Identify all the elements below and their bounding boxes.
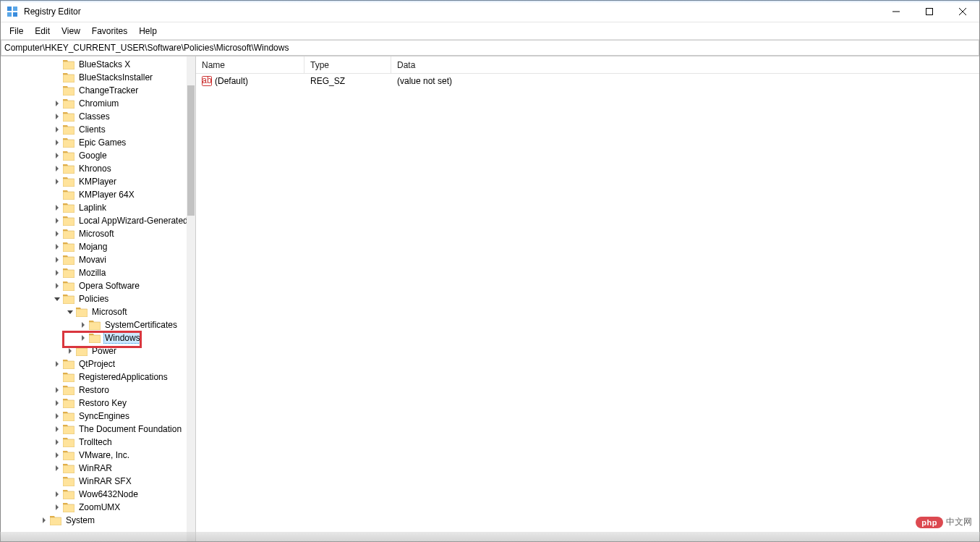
menu-edit[interactable]: Edit <box>29 25 56 38</box>
tree-node[interactable]: Local AppWizard-Generated Ap <box>1 214 187 227</box>
tree-node[interactable]: Trolltech <box>1 436 187 449</box>
tree-node[interactable]: BlueStacksInstaller <box>1 71 187 84</box>
expander-icon[interactable] <box>53 438 61 446</box>
values-pane: Name Type Data ab(Default)REG_SZ(value n… <box>196 56 979 541</box>
watermark-pill: php <box>916 517 943 528</box>
tree-node[interactable]: Khronos <box>1 162 187 175</box>
column-type[interactable]: Type <box>304 56 391 73</box>
values-list[interactable]: ab(Default)REG_SZ(value not set) <box>196 74 979 541</box>
expander-icon[interactable] <box>53 451 61 460</box>
scrollbar-thumb[interactable] <box>187 85 195 216</box>
menu-help[interactable]: Help <box>133 25 163 38</box>
expander-icon[interactable] <box>53 164 61 173</box>
expander-icon[interactable] <box>53 255 61 264</box>
tree-node[interactable]: ZoomUMX <box>1 501 187 514</box>
expander-icon[interactable] <box>53 281 61 290</box>
tree-node[interactable]: ChangeTracker <box>1 84 187 97</box>
expander-icon[interactable] <box>53 477 61 486</box>
expander-icon[interactable] <box>53 229 61 238</box>
expander-icon[interactable] <box>53 503 61 512</box>
expander-icon[interactable] <box>53 268 61 277</box>
expander-icon[interactable] <box>53 464 61 473</box>
svg-rect-38 <box>63 452 74 460</box>
tree-node[interactable]: RegisteredApplications <box>1 370 187 384</box>
tree-node[interactable]: Google <box>1 149 187 162</box>
tree-node[interactable]: Chromium <box>1 97 187 110</box>
column-data[interactable]: Data <box>391 56 979 73</box>
expander-icon[interactable] <box>53 412 61 420</box>
menu-view[interactable]: View <box>56 25 86 38</box>
expander-icon[interactable] <box>66 347 74 355</box>
expander-icon[interactable] <box>66 308 74 316</box>
tree-node[interactable]: SyncEngines <box>1 410 187 423</box>
tree-node[interactable]: Policies <box>1 292 187 305</box>
expander-icon[interactable] <box>79 334 88 342</box>
tree-node[interactable]: Opera Software <box>1 279 187 292</box>
address-input[interactable] <box>1 40 979 56</box>
close-button[interactable] <box>946 1 979 22</box>
value-row[interactable]: ab(Default)REG_SZ(value not set) <box>196 74 979 88</box>
tree-node[interactable]: BlueStacks X <box>1 58 187 71</box>
minimize-button[interactable] <box>879 1 913 22</box>
tree-node[interactable]: Wow6432Node <box>1 488 187 501</box>
tree-node[interactable]: Mozilla <box>1 266 187 279</box>
expander-icon[interactable] <box>79 321 88 329</box>
expander-icon[interactable] <box>53 112 61 121</box>
expander-icon[interactable] <box>53 399 61 407</box>
tree-view[interactable]: BlueStacks XBlueStacksInstallerChangeTra… <box>1 56 187 541</box>
tree-node[interactable]: Restoro Key <box>1 397 187 410</box>
expander-icon[interactable] <box>40 516 48 525</box>
expander-icon[interactable] <box>53 151 61 160</box>
tree-node[interactable]: Windows <box>1 331 187 344</box>
expander-icon[interactable] <box>53 138 61 147</box>
tree-node[interactable]: System <box>1 514 187 527</box>
expander-icon[interactable] <box>53 386 61 394</box>
expander-icon[interactable] <box>53 425 61 433</box>
tree-node[interactable]: WinRAR SFX <box>1 475 187 488</box>
tree-node[interactable]: VMware, Inc. <box>1 449 187 462</box>
column-name[interactable]: Name <box>196 56 304 73</box>
tree-node[interactable]: WinRAR <box>1 462 187 475</box>
expander-icon[interactable] <box>53 73 61 82</box>
svg-rect-24 <box>63 270 74 278</box>
tree-node[interactable]: Movavi <box>1 253 187 266</box>
expander-icon[interactable] <box>53 373 61 381</box>
expander-icon[interactable] <box>53 99 61 108</box>
svg-rect-0 <box>7 7 12 11</box>
tree-node[interactable]: Restoro <box>1 384 187 397</box>
tree-node[interactable]: KMPlayer <box>1 175 187 188</box>
expander-icon[interactable] <box>53 295 61 303</box>
svg-rect-2 <box>7 12 12 17</box>
tree-scrollbar[interactable] <box>187 56 195 541</box>
expander-icon[interactable] <box>53 190 61 199</box>
expander-icon[interactable] <box>53 242 61 251</box>
tree-node[interactable]: Epic Games <box>1 136 187 149</box>
expander-icon[interactable] <box>53 216 61 225</box>
tree-node-label: Restoro <box>77 385 111 395</box>
expander-icon[interactable] <box>53 203 61 212</box>
expander-icon[interactable] <box>53 177 61 186</box>
tree-node[interactable]: KMPlayer 64X <box>1 188 187 201</box>
tree-node[interactable]: Classes <box>1 110 187 123</box>
maximize-button[interactable] <box>913 1 946 22</box>
titlebar[interactable]: Registry Editor <box>1 1 979 22</box>
tree-node[interactable]: Laplink <box>1 201 187 214</box>
tree-node[interactable]: Mojang <box>1 240 187 253</box>
tree-node[interactable]: QtProject <box>1 357 187 370</box>
expander-icon[interactable] <box>53 60 61 69</box>
tree-node-label: ZoomUMX <box>77 502 122 512</box>
expander-icon[interactable] <box>53 360 61 368</box>
expander-icon[interactable] <box>53 86 61 95</box>
tree-node[interactable]: SystemCertificates <box>1 318 187 331</box>
tree-node[interactable]: Microsoft <box>1 305 187 318</box>
svg-rect-43 <box>50 517 61 525</box>
tree-node[interactable]: Power <box>1 344 187 357</box>
expander-icon[interactable] <box>53 125 61 134</box>
folder-icon <box>63 73 74 82</box>
expander-icon[interactable] <box>53 490 61 499</box>
menu-file[interactable]: File <box>4 25 29 38</box>
tree-node[interactable]: Microsoft <box>1 227 187 240</box>
tree-node[interactable]: Clients <box>1 123 187 136</box>
menu-favorites[interactable]: Favorites <box>86 25 133 38</box>
tree-node[interactable]: The Document Foundation <box>1 423 187 436</box>
